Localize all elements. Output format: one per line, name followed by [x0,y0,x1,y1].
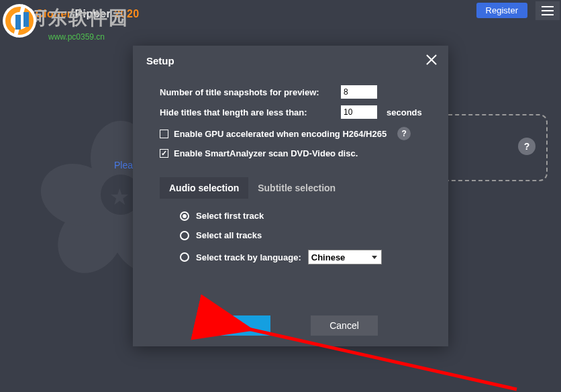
watermark: 河东软件园 www.pc0359.cn [28,5,129,42]
snapshots-input[interactable] [341,85,377,99]
watermark-zh: 河东软件园 [28,7,129,28]
dialog-title: Setup [146,55,435,66]
hide-titles-input[interactable] [341,105,377,119]
radio-first-label: Select first track [196,211,264,221]
menu-icon[interactable] [536,1,560,20]
hide-titles-label: Hide titles that length are less than: [160,107,336,117]
radio-by-language[interactable] [180,252,189,262]
register-button[interactable]: Register [476,3,527,18]
app-logo [3,4,36,38]
radio-all-tracks[interactable] [180,231,189,240]
smartanalyzer-checkbox[interactable] [160,149,168,158]
setup-dialog: Setup Number of title snapshots for prev… [133,46,448,346]
smartanalyzer-label: Enable SmartAnalyzer scan DVD-Video disc… [174,148,358,158]
gpu-label: Enable GPU accelerated when encoding H26… [174,129,387,139]
radio-bylang-label: Select track by language: [196,252,301,262]
watermark-url: www.pc0359.cn [48,32,129,42]
tab-audio-selection[interactable]: Audio selection [160,177,248,199]
gpu-help-icon[interactable]: ? [397,127,411,140]
seconds-label: seconds [387,107,422,117]
help-icon[interactable]: ? [518,138,536,155]
gpu-checkbox[interactable] [160,130,168,138]
snapshots-label: Number of title snapshots for preview: [160,87,336,97]
language-select[interactable]: Chinese [308,250,382,264]
cancel-button[interactable]: Cancel [311,315,378,336]
tab-subtitle-selection[interactable]: Subtitle selection [248,177,345,199]
ok-button[interactable]: OK [203,315,270,336]
chevron-down-icon [372,256,377,259]
radio-first-track[interactable] [180,211,189,221]
language-value: Chinese [311,252,346,262]
radio-all-label: Select all tracks [196,230,262,240]
close-icon[interactable] [424,52,439,67]
